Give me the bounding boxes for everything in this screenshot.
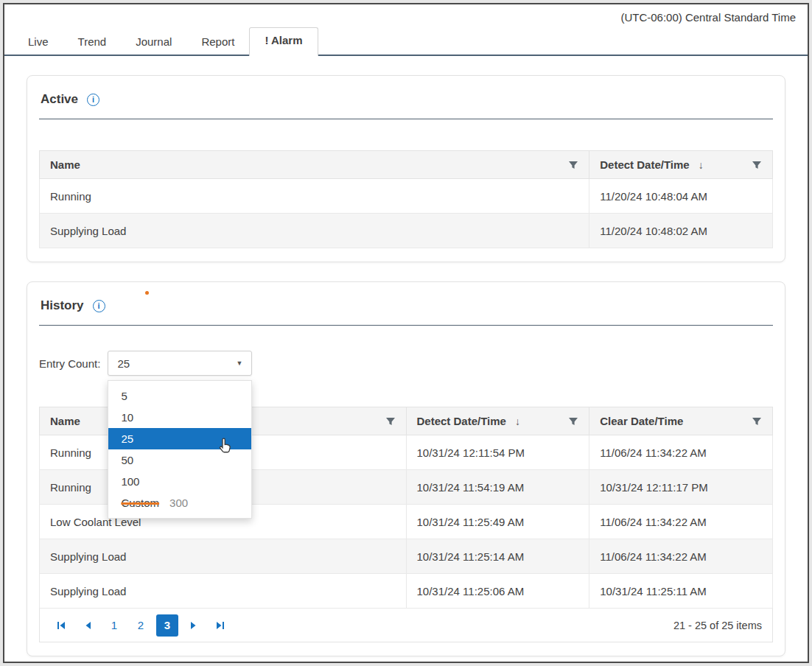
alarm-name-cell: Supplying Load [40, 574, 407, 609]
dropdown-option-custom[interactable]: Custom 300 [108, 492, 251, 513]
previous-page-button[interactable] [77, 614, 99, 637]
filter-funnel-icon[interactable] [385, 416, 396, 427]
entry-count-row: Entry Count: 25 ▼ 5 10 25 50 100 Custom … [39, 351, 773, 376]
custom-option-value: 300 [169, 497, 188, 509]
tab-alarm[interactable]: ! Alarm [249, 27, 318, 56]
next-page-button[interactable] [183, 614, 205, 637]
chevron-down-icon: ▼ [236, 360, 242, 367]
column-header-clear: Clear Date/Time [589, 407, 773, 435]
detect-time-cell: 11/20/24 10:48:02 AM [589, 214, 773, 248]
info-circle-icon[interactable]: i [87, 94, 99, 106]
filter-funnel-icon[interactable] [568, 416, 578, 427]
column-header-detect: Detect Date/Time ↓ [589, 151, 773, 179]
active-section-title: Active [41, 92, 78, 107]
history-alarms-card: History i Entry Count: 25 ▼ 5 10 25 50 1… [27, 281, 785, 656]
detect-time-cell: 10/31/24 12:11:54 PM [406, 435, 589, 470]
table-row: Supplying Load 10/31/24 11:25:14 AM 11/0… [40, 539, 773, 574]
title-bar: (UTC-06:00) Central Standard Time [4, 4, 808, 29]
entry-count-dropdown: 5 10 25 50 100 Custom 300 [108, 380, 252, 519]
column-header-detect: Detect Date/Time ↓ [406, 407, 589, 435]
sort-descending-icon[interactable]: ↓ [699, 159, 704, 171]
entry-count-label: Entry Count: [39, 357, 100, 370]
info-circle-icon[interactable]: i [93, 300, 105, 312]
table-row: Running 11/20/24 10:48:04 AM [40, 179, 773, 214]
clear-time-cell: 10/31/24 12:11:17 PM [589, 470, 773, 505]
tab-live[interactable]: Live [13, 29, 63, 55]
dropdown-option-10[interactable]: 10 [108, 407, 251, 428]
clear-time-cell: 10/31/24 11:25:11 AM [589, 574, 773, 609]
active-alarms-card: Active i Name [27, 75, 785, 262]
custom-option-label: Custom [121, 497, 159, 509]
cursor-pointer-icon [217, 437, 234, 455]
dropdown-option-5[interactable]: 5 [108, 385, 251, 407]
column-header-name: Name [40, 151, 589, 179]
sort-descending-icon[interactable]: ↓ [515, 416, 520, 427]
page-button-3[interactable]: 3 [156, 614, 178, 637]
history-section-title: History [41, 298, 84, 313]
alarm-name-cell: Supplying Load [40, 214, 589, 248]
title-divider [39, 325, 773, 326]
entry-count-value: 25 [117, 357, 130, 370]
detect-time-cell: 10/31/24 11:54:19 AM [406, 470, 589, 505]
detect-time-cell: 11/20/24 10:48:04 AM [589, 179, 773, 214]
entry-count-select-wrap: 25 ▼ 5 10 25 50 100 Custom 300 [108, 351, 252, 376]
pagination-bar: 1 2 3 21 - 25 of 25 items [39, 609, 773, 642]
last-page-button[interactable] [209, 614, 231, 637]
alarm-name-cell: Running [40, 179, 589, 214]
detect-time-cell: 10/31/24 11:25:49 AM [406, 505, 589, 539]
tab-trend[interactable]: Trend [63, 29, 122, 55]
title-divider [39, 119, 773, 119]
alarm-name-cell: Supplying Load [40, 539, 407, 574]
entry-count-select[interactable]: 25 ▼ [108, 351, 252, 376]
app-window: (UTC-06:00) Central Standard Time Live T… [3, 3, 809, 663]
timezone-label: (UTC-06:00) Central Standard Time [620, 11, 796, 24]
clear-time-cell: 11/06/24 11:34:22 AM [589, 505, 773, 539]
tab-bar: Live Trend Journal Report ! Alarm [4, 29, 808, 56]
clear-time-cell: 11/06/24 11:34:22 AM [589, 435, 773, 470]
pagination-status: 21 - 25 of 25 items [673, 620, 762, 631]
first-page-button[interactable] [50, 614, 72, 637]
orange-dot-marker [145, 291, 149, 295]
tab-journal[interactable]: Journal [121, 29, 186, 55]
page-button-1[interactable]: 1 [103, 614, 125, 637]
filter-funnel-icon[interactable] [568, 160, 578, 170]
tab-report[interactable]: Report [186, 29, 249, 55]
dropdown-option-100[interactable]: 100 [108, 471, 251, 492]
detect-time-cell: 10/31/24 11:25:14 AM [406, 539, 589, 574]
filter-funnel-icon[interactable] [752, 416, 762, 427]
table-row: Supplying Load 10/31/24 11:25:06 AM 10/3… [40, 574, 773, 609]
page-button-2[interactable]: 2 [130, 614, 152, 637]
detect-time-cell: 10/31/24 11:25:06 AM [406, 574, 589, 609]
table-row: Supplying Load 11/20/24 10:48:02 AM [40, 214, 773, 248]
active-alarms-table: Name Detect Date/Time ↓ [39, 150, 773, 248]
clear-time-cell: 11/06/24 11:34:22 AM [589, 539, 773, 574]
filter-funnel-icon[interactable] [752, 160, 762, 170]
